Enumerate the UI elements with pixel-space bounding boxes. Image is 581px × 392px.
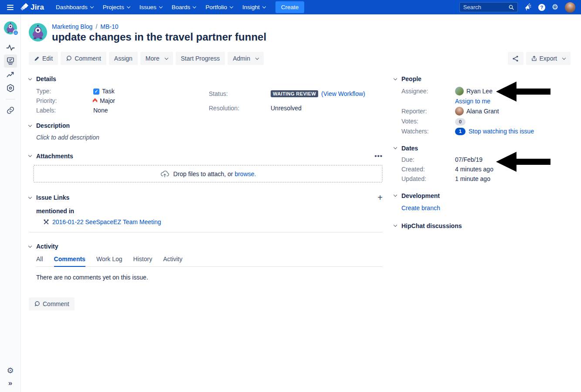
sidebar-item-reports[interactable] xyxy=(4,68,17,81)
share-button[interactable] xyxy=(508,52,523,65)
app-switcher-icon[interactable] xyxy=(7,5,14,10)
updated-label: Updated: xyxy=(401,175,455,183)
labels-value: None xyxy=(93,107,209,114)
watchers-label: Watchers: xyxy=(401,128,455,135)
project-sidebar: ⚙ » xyxy=(0,14,21,392)
assign-to-me-link[interactable]: Assign to me xyxy=(455,98,490,105)
export-icon xyxy=(531,55,537,61)
sidebar-item-links[interactable] xyxy=(4,104,17,117)
description-placeholder[interactable]: Click to add description xyxy=(36,134,383,141)
pencil-icon xyxy=(34,56,40,61)
description-section: Description Click to add description xyxy=(29,122,383,141)
priority-value: Major xyxy=(93,97,209,105)
breadcrumb: Marketing Blog / MB-10 xyxy=(52,23,266,30)
tab-work-log[interactable]: Work Log xyxy=(96,256,122,266)
task-type-icon: ✓ xyxy=(93,89,99,95)
section-divider xyxy=(29,232,383,232)
search-input[interactable] xyxy=(463,4,509,10)
chevron-down-icon xyxy=(262,4,266,8)
breadcrumb-issue-key-link[interactable]: MB-10 xyxy=(100,23,118,30)
user-avatar[interactable] xyxy=(565,2,575,13)
expand-sidebar-icon[interactable]: » xyxy=(8,379,12,387)
create-branch-link[interactable]: Create branch xyxy=(401,205,440,211)
assign-button[interactable]: Assign xyxy=(109,52,138,65)
linked-page-link[interactable]: 2016-01-22 SeeSpaceEZ Team Meeting xyxy=(52,218,161,225)
chevron-down-icon xyxy=(394,193,397,197)
tab-history[interactable]: History xyxy=(133,256,153,266)
view-workflow-link[interactable]: (View Workflow) xyxy=(321,90,365,98)
created-label: Created: xyxy=(401,166,455,173)
attachments-dropzone[interactable]: Drop files to attach, or browse. xyxy=(33,165,383,183)
due-label: Due: xyxy=(401,156,455,164)
reporter-label: Reporter: xyxy=(401,108,455,115)
development-section-header[interactable]: Development xyxy=(394,192,565,199)
chevron-down-icon xyxy=(394,223,397,227)
issue-links-section-header[interactable]: Issue Links + xyxy=(29,193,383,202)
comment-button-bottom[interactable]: Comment xyxy=(29,297,75,310)
settings-gear-icon[interactable]: ⚙ xyxy=(552,3,558,11)
hipchat-section-header[interactable]: HipChat discussions xyxy=(394,222,565,229)
chevron-down-icon xyxy=(394,146,397,149)
stop-watching-link[interactable]: Stop watching this issue xyxy=(469,128,534,135)
sidebar-item-activity[interactable] xyxy=(4,41,17,54)
dropzone-text: Drop files to attach, or xyxy=(173,170,233,177)
comment-button[interactable]: Comment xyxy=(61,52,106,65)
tab-all[interactable]: All xyxy=(36,256,43,266)
search-box[interactable] xyxy=(459,2,518,12)
nav-item-projects[interactable]: Projects xyxy=(98,0,135,14)
nav-item-portfolio[interactable]: Portfolio xyxy=(200,0,238,14)
nav-item-issues[interactable]: Issues xyxy=(135,0,167,14)
development-section: Development Create branch xyxy=(394,192,565,211)
project-avatar[interactable] xyxy=(4,21,17,34)
priority-label: Priority: xyxy=(36,97,93,105)
chevron-down-icon xyxy=(193,4,196,8)
comment-bubble-icon xyxy=(34,301,40,307)
project-settings-gear-icon[interactable]: ⚙ xyxy=(7,367,14,375)
breadcrumb-separator: / xyxy=(95,23,97,30)
resolution-label: Resolution: xyxy=(209,105,271,112)
help-icon[interactable]: ? xyxy=(538,4,545,11)
chevron-down-icon xyxy=(28,244,32,247)
add-link-button[interactable]: + xyxy=(377,193,383,202)
updated-value: 1 minute ago xyxy=(455,175,565,183)
more-button[interactable]: More xyxy=(140,52,173,65)
details-section-header[interactable]: Details xyxy=(29,75,383,82)
type-label: Type: xyxy=(36,88,93,95)
nav-item-boards[interactable]: Boards xyxy=(167,0,201,14)
chevron-down-icon xyxy=(562,56,566,60)
browse-link[interactable]: browse. xyxy=(234,170,256,177)
jira-logo[interactable]: Jira xyxy=(20,3,44,12)
tab-comments[interactable]: Comments xyxy=(54,256,85,267)
admin-button[interactable]: Admin xyxy=(228,52,264,65)
votes-badge[interactable]: 0 xyxy=(455,118,465,126)
announcements-icon[interactable] xyxy=(524,3,532,11)
chevron-down-icon xyxy=(165,56,168,60)
sidebar-divider xyxy=(6,99,15,99)
chevron-down-icon xyxy=(28,195,32,198)
sidebar-item-issues[interactable] xyxy=(4,55,17,68)
edit-button[interactable]: Edit xyxy=(29,52,58,65)
watchers-badge[interactable]: 1 xyxy=(455,128,465,135)
chevron-down-icon xyxy=(28,76,32,80)
tab-activity[interactable]: Activity xyxy=(163,256,182,266)
description-section-header[interactable]: Description xyxy=(29,122,383,129)
sidebar-item-components[interactable] xyxy=(4,82,17,95)
upload-cloud-icon xyxy=(160,169,170,179)
activity-section-header[interactable]: Activity xyxy=(29,243,383,250)
start-progress-button[interactable]: Start Progress xyxy=(176,52,225,65)
attachments-more-menu[interactable]: ••• xyxy=(374,152,383,160)
link-group-label: mentioned in xyxy=(36,208,383,215)
comment-bubble-icon xyxy=(66,55,72,61)
search-icon xyxy=(509,4,514,10)
chevron-down-icon xyxy=(159,4,162,8)
export-button[interactable]: Export xyxy=(526,52,571,65)
breadcrumb-project-link[interactable]: Marketing Blog xyxy=(52,23,92,30)
nav-item-insight[interactable]: Insight xyxy=(238,0,270,14)
create-button[interactable]: Create xyxy=(275,1,305,13)
dates-section-header[interactable]: Dates xyxy=(394,145,565,152)
details-section: Details Type: ✓ Task Priority: Major xyxy=(29,75,383,114)
attachments-section-header[interactable]: Attachments ••• xyxy=(29,152,383,160)
status-lozenge: WAITING REVIEW xyxy=(271,90,318,97)
nav-item-dashboards[interactable]: Dashboards xyxy=(51,0,98,14)
priority-major-icon xyxy=(93,99,97,103)
